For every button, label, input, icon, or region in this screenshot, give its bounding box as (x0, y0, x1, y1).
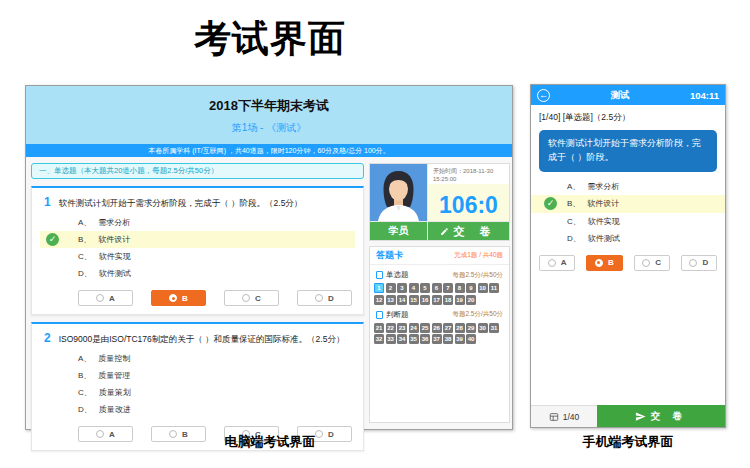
section-name-label: 单选题 (386, 270, 409, 280)
radio-icon (242, 294, 250, 302)
question-tile-22[interactable]: 22 (386, 323, 396, 333)
question-tile-32[interactable]: 32 (374, 334, 384, 344)
back-icon[interactable]: ← (537, 89, 550, 102)
question-tile-14[interactable]: 14 (397, 295, 407, 305)
question-tile-11[interactable]: 11 (489, 283, 499, 293)
question-tile-13[interactable]: 13 (386, 295, 396, 305)
question-tile-19[interactable]: 19 (455, 295, 465, 305)
mobile-answer-card-button[interactable]: 1/40 (531, 405, 597, 427)
answer-button-C[interactable]: C (634, 255, 670, 271)
question-tile-28[interactable]: 28 (455, 323, 465, 333)
option-row-B[interactable]: ✓B、软件设计 (531, 195, 725, 213)
question-tile-34[interactable]: 34 (397, 334, 407, 344)
section-score-info: 每题2.5分/共50分 (452, 271, 503, 280)
card-section-name: 单选题 (376, 270, 409, 280)
submit-exam-label: 交 卷 (453, 224, 496, 239)
question-tile-35[interactable]: 35 (409, 334, 419, 344)
option-row-C[interactable]: C、软件实现 (40, 248, 355, 265)
option-row-A[interactable]: A、需求分析 (40, 214, 355, 231)
question-tile-3[interactable]: 3 (397, 283, 407, 293)
section-doc-icon (376, 271, 383, 279)
question-tile-37[interactable]: 37 (432, 334, 442, 344)
answer-button-D[interactable]: D (681, 255, 717, 271)
option-text: 质量改进 (99, 405, 131, 414)
radio-icon (315, 294, 323, 302)
question-column: 一、单选题（本大题共20道小题，每题2.5分/共50分） 1软件测试计划开始于需… (31, 163, 364, 451)
option-row-A[interactable]: A、质量控制 (40, 350, 355, 367)
question-tile-5[interactable]: 5 (420, 283, 430, 293)
option-text: 软件设计 (587, 199, 619, 208)
answer-button-A[interactable]: A (539, 255, 575, 271)
option-label: A、 (567, 182, 580, 191)
question-tile-12[interactable]: 12 (374, 295, 384, 305)
question-tile-33[interactable]: 33 (386, 334, 396, 344)
timer-block: 开始时间：2018-11-30 15:25:00 106:0 (428, 164, 509, 221)
question-tile-9[interactable]: 9 (466, 283, 476, 293)
question-tile-8[interactable]: 8 (455, 283, 465, 293)
student-photo (370, 164, 427, 221)
question-tile-21[interactable]: 21 (374, 323, 384, 333)
radio-icon (689, 259, 697, 267)
radio-icon (169, 294, 177, 302)
option-row-B[interactable]: B、质量管理 (40, 367, 355, 384)
submit-exam-button[interactable]: 交 卷 (428, 222, 509, 240)
answer-button-B[interactable]: B (151, 290, 206, 306)
option-row-D[interactable]: D、软件测试 (40, 265, 355, 282)
radio-icon (548, 259, 556, 267)
option-row-C[interactable]: C、质量策划 (40, 384, 355, 401)
answer-button-D[interactable]: D (297, 290, 352, 306)
option-row-B[interactable]: ✓B、软件设计 (40, 231, 355, 248)
answer-button-B[interactable]: B (586, 255, 622, 271)
question-tile-25[interactable]: 25 (420, 323, 430, 333)
question-tile-31[interactable]: 31 (489, 323, 499, 333)
question-tile-6[interactable]: 6 (432, 283, 442, 293)
answer-button-C[interactable]: C (224, 290, 279, 306)
question-tile-27[interactable]: 27 (443, 323, 453, 333)
answer-card-header: 答题卡 完成1题 / 共40题 (370, 247, 509, 265)
mobile-submit-button[interactable]: 交 卷 (597, 405, 725, 427)
answer-button-A[interactable]: A (78, 290, 133, 306)
question-tile-16[interactable]: 16 (420, 295, 430, 305)
submit-pen-icon (440, 227, 449, 236)
question-tile-29[interactable]: 29 (466, 323, 476, 333)
option-label: D、 (78, 269, 92, 278)
question-tile-23[interactable]: 23 (397, 323, 407, 333)
mobile-submit-label: 交 卷 (651, 410, 688, 423)
question-card: 1软件测试计划开始于需求分析阶段，完成于（ ）阶段。（2.5分）A、需求分析✓B… (31, 186, 364, 315)
card-section-name: 判断题 (376, 310, 409, 320)
question-tile-4[interactable]: 4 (409, 283, 419, 293)
question-tile-15[interactable]: 15 (409, 295, 419, 305)
question-number: 1 (44, 195, 51, 209)
mobile-progress-label: 1/40 (563, 412, 580, 422)
question-tile-38[interactable]: 38 (443, 334, 453, 344)
question-tile-24[interactable]: 24 (409, 323, 419, 333)
question-text: ISO9000是由ISO/TC176制定的关于（ ）和质量保证的国际标准。（2.… (59, 334, 345, 344)
option-label: C、 (78, 388, 92, 397)
option-label: B、 (78, 235, 91, 244)
page-title: 考试界面 (25, 14, 515, 64)
option-row-D[interactable]: D、质量改进 (40, 401, 355, 418)
question-tile-1[interactable]: 1 (374, 283, 384, 293)
question-tile-40[interactable]: 40 (466, 334, 476, 344)
question-tile-7[interactable]: 7 (443, 283, 453, 293)
card-section-header: 单选题每题2.5分/共50分 (370, 265, 509, 283)
question-tile-18[interactable]: 18 (443, 295, 453, 305)
mobile-countdown-timer: 104:11 (690, 90, 719, 101)
exam-session-subtitle: 第1场 - 《测试》 (26, 121, 512, 135)
option-row-C[interactable]: C、软件实现 (531, 213, 725, 231)
question-tile-2[interactable]: 2 (386, 283, 396, 293)
question-tile-39[interactable]: 39 (455, 334, 465, 344)
question-tile-36[interactable]: 36 (420, 334, 430, 344)
question-tile-17[interactable]: 17 (432, 295, 442, 305)
question-header: 1软件测试计划开始于需求分析阶段，完成于（ ）阶段。（2.5分） (40, 195, 355, 210)
option-row-A[interactable]: A、需求分析 (531, 178, 725, 196)
question-tile-30[interactable]: 30 (478, 323, 488, 333)
question-tile-26[interactable]: 26 (432, 323, 442, 333)
option-row-D[interactable]: D、软件测试 (531, 230, 725, 248)
student-photo-image (370, 164, 427, 221)
question-tile-10[interactable]: 10 (478, 283, 488, 293)
question-tile-20[interactable]: 20 (466, 295, 476, 305)
mobile-question-text: 软件测试计划开始于需求分析阶段，完成于（ ）阶段。 (539, 130, 717, 172)
option-text: 需求分析 (98, 218, 130, 227)
option-text: 需求分析 (587, 182, 619, 191)
